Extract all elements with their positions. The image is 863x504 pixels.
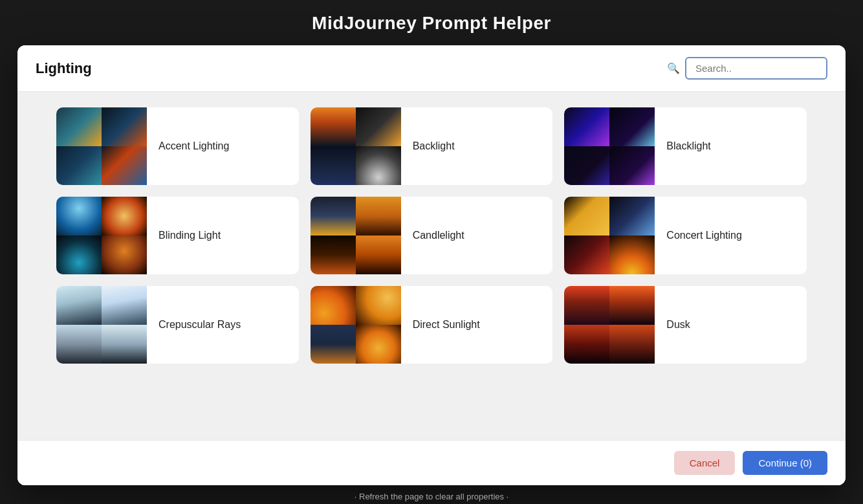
card-label-blacklight: Blacklight <box>655 140 807 152</box>
card-label-concert-lighting: Concert Lighting <box>655 230 807 241</box>
image-tile <box>311 325 356 364</box>
image-tile <box>609 325 655 364</box>
modal-footer: Cancel Continue (0) <box>17 440 846 485</box>
modal-header: Lighting 🔍 <box>17 45 846 92</box>
image-tile <box>564 286 609 325</box>
bottom-hint-1: · Refresh the page to clear all properti… <box>355 492 508 501</box>
image-tile <box>564 197 609 236</box>
card-candlelight[interactable]: Candlelight <box>311 197 553 274</box>
image-tile <box>102 236 147 274</box>
card-label-candlelight: Candlelight <box>401 230 553 241</box>
image-tile <box>609 286 655 325</box>
image-tile <box>56 286 102 325</box>
card-label-accent-lighting: Accent Lighting <box>147 140 299 152</box>
image-tile <box>609 197 655 236</box>
image-tile <box>56 197 102 236</box>
image-tile <box>356 107 401 146</box>
image-tile <box>311 197 356 236</box>
card-image-crepuscular-rays <box>56 286 147 364</box>
card-label-dusk: Dusk <box>655 319 807 331</box>
card-image-backlight <box>311 107 401 185</box>
image-tile <box>356 236 401 274</box>
card-blinding-light[interactable]: Blinding Light <box>56 197 299 274</box>
image-tile <box>311 107 356 146</box>
card-backlight[interactable]: Backlight <box>311 107 553 185</box>
card-image-accent-lighting <box>56 107 147 185</box>
card-image-dusk <box>564 286 655 364</box>
card-label-backlight: Backlight <box>401 140 553 152</box>
image-tile <box>564 236 609 274</box>
image-tile <box>356 197 401 236</box>
card-direct-sunlight[interactable]: Direct Sunlight <box>311 286 553 364</box>
image-tile <box>56 236 102 274</box>
image-tile <box>102 286 147 325</box>
image-tile <box>102 107 147 146</box>
image-tile <box>56 146 102 185</box>
image-tile <box>609 107 655 146</box>
image-tile <box>564 325 609 364</box>
modal-body: Accent LightingBacklightBlacklightBlindi… <box>17 92 846 440</box>
continue-button[interactable]: Continue (0) <box>743 451 827 475</box>
card-label-direct-sunlight: Direct Sunlight <box>401 319 553 331</box>
card-image-concert-lighting <box>564 197 655 274</box>
image-tile <box>102 325 147 364</box>
image-tile <box>356 325 401 364</box>
app-title: MidJourney Prompt Helper <box>312 13 551 34</box>
image-tile <box>609 146 655 185</box>
card-image-candlelight <box>311 197 401 274</box>
search-container: 🔍 <box>667 57 827 80</box>
search-icon: 🔍 <box>667 62 680 74</box>
card-crepuscular-rays[interactable]: Crepuscular Rays <box>56 286 299 364</box>
image-tile <box>609 236 655 274</box>
card-accent-lighting[interactable]: Accent Lighting <box>56 107 299 185</box>
image-tile <box>311 146 356 185</box>
card-image-direct-sunlight <box>311 286 401 364</box>
image-tile <box>311 236 356 274</box>
image-tile <box>356 146 401 185</box>
card-concert-lighting[interactable]: Concert Lighting <box>564 197 807 274</box>
modal: Lighting 🔍 Accent LightingBacklightBlack… <box>17 45 846 485</box>
image-tile <box>56 107 102 146</box>
search-input[interactable] <box>685 57 827 80</box>
image-tile <box>356 286 401 325</box>
card-label-crepuscular-rays: Crepuscular Rays <box>147 319 299 331</box>
card-image-blacklight <box>564 107 655 185</box>
card-dusk[interactable]: Dusk <box>564 286 807 364</box>
image-tile <box>102 197 147 236</box>
card-blacklight[interactable]: Blacklight <box>564 107 807 185</box>
card-image-blinding-light <box>56 197 147 274</box>
image-tile <box>56 325 102 364</box>
page-title: Lighting <box>36 60 92 77</box>
lighting-grid: Accent LightingBacklightBlacklightBlindi… <box>56 107 807 364</box>
image-tile <box>102 146 147 185</box>
image-tile <box>311 286 356 325</box>
image-tile <box>564 107 609 146</box>
card-label-blinding-light: Blinding Light <box>147 230 299 241</box>
image-tile <box>564 146 609 185</box>
cancel-button[interactable]: Cancel <box>674 451 736 475</box>
